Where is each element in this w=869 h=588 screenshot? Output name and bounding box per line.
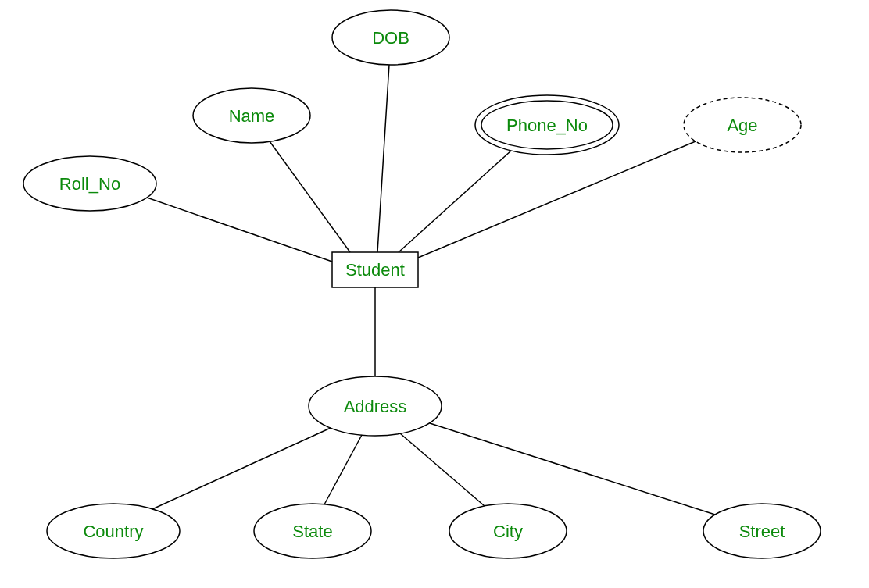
edge-address-street [430,423,715,515]
edge-student-rollno [147,198,332,262]
attr-name: Name [193,88,310,143]
edge-student-dob [377,65,389,252]
edge-student-phone [399,151,511,252]
edge-address-state [324,435,362,504]
edge-student-name [270,141,350,252]
edge-address-city [400,433,485,506]
edge-student-age [418,141,696,258]
entity-student-label: Student [345,260,405,280]
attr-name-label: Name [229,106,275,126]
attr-address-label: Address [344,397,407,416]
attr-dob: DOB [332,10,449,65]
edge-address-country [152,428,331,509]
attr-state-label: State [292,522,332,541]
entity-student: Student [332,252,418,287]
attr-address: Address [309,376,442,436]
attr-age: Age [684,98,801,152]
attr-phone-no: Phone_No [475,95,619,155]
attr-phone-no-label: Phone_No [506,116,588,135]
attr-city: City [449,504,567,558]
attr-city-label: City [493,522,523,541]
attr-roll-no-label: Roll_No [59,174,120,194]
er-diagram-canvas: Student DOB Name Phone_No Age Roll_No Ad… [0,0,869,588]
attr-street: Street [703,504,821,558]
attr-country-label: Country [83,522,143,541]
attr-street-label: Street [739,522,785,541]
attr-country: Country [47,504,180,558]
attr-age-label: Age [727,116,757,135]
attr-state: State [254,504,371,558]
attr-dob-label: DOB [372,28,409,48]
attr-roll-no: Roll_No [23,156,156,211]
